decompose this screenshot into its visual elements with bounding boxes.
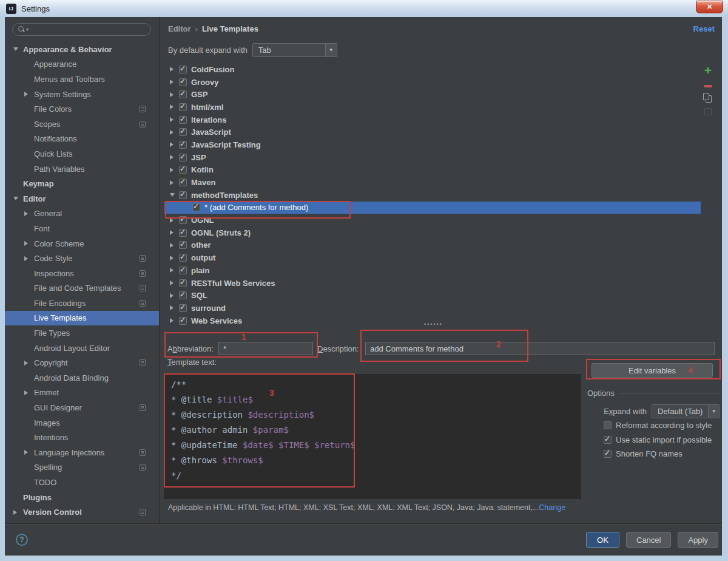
option-checkbox-reformat-according-to-style[interactable]: Reformat according to style [604, 421, 712, 430]
search-input[interactable]: ▾ [12, 23, 151, 36]
template-tree-row-output[interactable]: output [164, 251, 701, 264]
remove-template-icon[interactable] [704, 85, 712, 87]
sidebar-item-code-style[interactable]: Code Style [5, 251, 159, 266]
sidebar-item-images[interactable]: Images [5, 415, 159, 430]
option-checkbox-shorten-fq-names[interactable]: Shorten FQ names [604, 449, 682, 458]
template-checkbox[interactable] [179, 128, 187, 136]
sidebar-item-android-data-binding[interactable]: Android Data Binding [5, 370, 159, 386]
chevron-collapsed-icon[interactable] [170, 305, 174, 310]
chevron-collapsed-icon[interactable] [170, 218, 174, 223]
template-tree-row-ognl[interactable]: OGNL [164, 214, 701, 226]
chevron-collapsed-icon[interactable] [24, 361, 28, 365]
template-tree-row-coldfusion[interactable]: ColdFusion [164, 63, 701, 76]
template-tree-row-gsp[interactable]: GSP [164, 88, 701, 101]
option-checkbox-use-static-import-if-possible[interactable]: Use static import if possible [604, 435, 712, 444]
breadcrumb-parent[interactable]: Editor [168, 24, 191, 33]
chevron-expanded-icon[interactable] [13, 47, 18, 51]
template-checkbox[interactable] [179, 141, 187, 149]
sidebar-item-inspections[interactable]: Inspections [5, 266, 159, 281]
template-checkbox[interactable] [179, 216, 187, 224]
sidebar-item-file-colors[interactable]: File Colors [5, 101, 159, 117]
sidebar-item-color-scheme[interactable]: Color Scheme [5, 236, 159, 251]
change-link[interactable]: Change [539, 503, 565, 512]
template-tree-row-html-xml[interactable]: html/xml [164, 101, 701, 114]
chevron-collapsed-icon[interactable] [170, 67, 174, 72]
paste-icon[interactable] [704, 108, 712, 115]
chevron-collapsed-icon[interactable] [170, 318, 174, 323]
chevron-collapsed-icon[interactable] [170, 280, 174, 285]
template-checkbox[interactable] [192, 203, 200, 211]
abbreviation-field[interactable]: * [218, 342, 313, 355]
sidebar-item-file-and-code-templates[interactable]: File and Code Templates [5, 281, 159, 296]
template-checkbox[interactable] [179, 229, 187, 237]
sidebar-item-menus-and-toolbars[interactable]: Menus and Toolbars [5, 72, 159, 87]
edit-variables-button[interactable]: Edit variables [592, 363, 713, 378]
sidebar-item-appearance[interactable]: Appearance [5, 57, 159, 72]
template-checkbox[interactable] [179, 241, 187, 249]
sidebar-item-system-settings[interactable]: System Settings [5, 87, 159, 102]
chevron-collapsed-icon[interactable] [170, 80, 174, 84]
chevron-collapsed-icon[interactable] [170, 168, 174, 172]
reset-link[interactable]: Reset [693, 24, 715, 33]
template-checkbox[interactable] [179, 191, 187, 199]
ok-button[interactable]: OK [586, 532, 619, 548]
sidebar-item-appearance-behavior[interactable]: Appearance & Behavior [5, 42, 159, 57]
template-tree-row-add-comments-for-method[interactable]: * (add Comments for method) [164, 202, 701, 214]
sidebar-item-language-injections[interactable]: Language Injections [5, 445, 159, 460]
apply-button[interactable]: Apply [678, 532, 718, 548]
template-checkbox[interactable] [179, 78, 187, 86]
sidebar-item-editor[interactable]: Editor [5, 191, 159, 206]
chevron-collapsed-icon[interactable] [24, 390, 28, 395]
template-checkbox[interactable] [179, 154, 187, 162]
chevron-expanded-icon[interactable] [13, 197, 18, 200]
close-button[interactable]: ✕ [696, 1, 723, 13]
sidebar-item-live-templates[interactable]: Live Templates [5, 311, 159, 326]
template-checkbox[interactable] [179, 317, 187, 325]
template-tree-row-iterations[interactable]: iterations [164, 114, 701, 126]
sidebar-item-version-control[interactable]: Version Control [5, 505, 159, 520]
sidebar-item-quick-lists[interactable]: Quick Lists [5, 146, 159, 162]
sidebar-item-todo[interactable]: TODO [5, 475, 159, 490]
sidebar-item-file-encodings[interactable]: File Encodings [5, 296, 159, 311]
template-tree-row-jsp[interactable]: JSP [164, 151, 701, 164]
add-template-icon[interactable]: + [704, 64, 712, 79]
default-expand-select[interactable]: Tab ▼ [252, 43, 337, 57]
template-tree-row-groovy[interactable]: Groovy [164, 76, 701, 89]
template-checkbox[interactable] [179, 66, 187, 73]
template-tree-row-surround[interactable]: surround [164, 302, 701, 314]
template-tree-row-plain[interactable]: plain [164, 264, 701, 277]
template-tree-row-javascript[interactable]: JavaScript [164, 126, 701, 138]
chevron-collapsed-icon[interactable] [170, 243, 174, 248]
template-checkbox[interactable] [179, 291, 187, 299]
chevron-collapsed-icon[interactable] [170, 230, 174, 235]
chevron-collapsed-icon[interactable] [24, 256, 28, 261]
options-expand-select[interactable]: Default (Tab) ▼ [652, 404, 720, 418]
description-field[interactable]: add Comments for method [365, 342, 715, 355]
template-tree-row-other[interactable]: other [164, 239, 701, 252]
chevron-collapsed-icon[interactable] [170, 104, 174, 109]
chevron-collapsed-icon[interactable] [170, 92, 174, 97]
help-button[interactable]: ? [16, 534, 28, 546]
chevron-collapsed-icon[interactable] [170, 155, 174, 160]
checkbox-icon[interactable] [604, 436, 612, 444]
sidebar-item-path-variables[interactable]: Path Variables [5, 162, 159, 177]
chevron-expanded-icon[interactable] [170, 193, 175, 197]
template-tree-row-sql[interactable]: SQL [164, 289, 701, 302]
splitter-handle[interactable]: •••••• [424, 321, 443, 327]
template-text-editor[interactable]: /** * @title $title$ * @description $des… [164, 374, 581, 499]
template-checkbox[interactable] [179, 279, 187, 287]
template-tree-row-ognl-struts-2[interactable]: OGNL (Struts 2) [164, 226, 701, 239]
sidebar-item-notifications[interactable]: Notifications [5, 132, 159, 147]
sidebar-item-file-types[interactable]: File Types [5, 325, 159, 341]
chevron-collapsed-icon[interactable] [170, 130, 174, 135]
template-checkbox[interactable] [179, 267, 187, 274]
chevron-collapsed-icon[interactable] [170, 268, 174, 273]
sidebar-item-spelling[interactable]: Spelling [5, 460, 159, 475]
template-tree-row-javascript-testing[interactable]: JavaScript Testing [164, 138, 701, 151]
template-checkbox[interactable] [179, 304, 187, 312]
sidebar-item-copyright[interactable]: Copyright [5, 355, 159, 370]
sidebar-item-gui-designer[interactable]: GUI Designer [5, 400, 159, 415]
sidebar-item-plugins[interactable]: Plugins [5, 490, 159, 505]
sidebar-item-keymap[interactable]: Keymap [5, 176, 159, 191]
template-tree-row-restful-web-services[interactable]: RESTful Web Services [164, 277, 701, 290]
